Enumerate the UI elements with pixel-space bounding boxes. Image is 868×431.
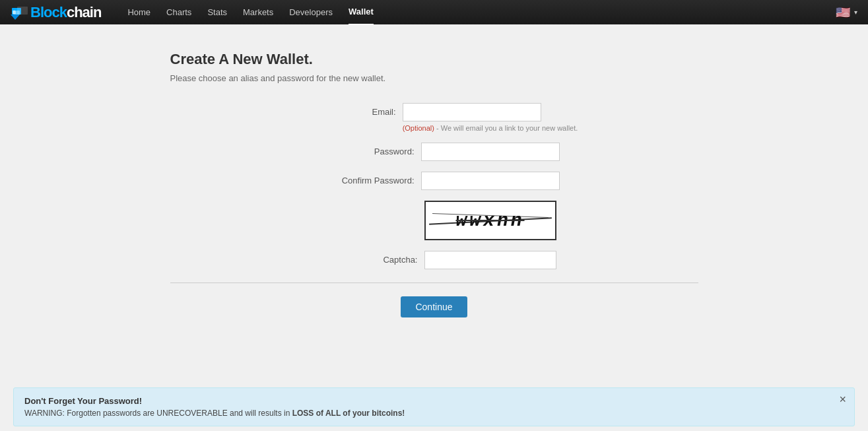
alert-banner: × Don't Forget Your Password! WARNING: F… (13, 387, 855, 426)
email-hint: (Optional) - We will email you a link to… (403, 124, 578, 132)
captcha-input[interactable] (424, 251, 556, 269)
page-subtitle: Please choose an alias and password for … (170, 73, 698, 83)
email-input[interactable] (403, 103, 541, 121)
nav-markets[interactable]: Markets (243, 0, 273, 24)
alert-body-bold: LOSS of ALL of your bitcoins! (292, 409, 405, 418)
nav-home[interactable]: Home (127, 0, 150, 24)
main-content: Create A New Wallet. Please choose an al… (0, 24, 868, 381)
captcha-input-row: Captcha: (170, 251, 698, 269)
svg-text:B: B (13, 10, 16, 15)
email-label: Email: (290, 103, 396, 117)
captcha-field-wrap (424, 251, 556, 269)
email-hint-text: - We will email you a link to your new w… (434, 124, 578, 132)
form-divider (170, 282, 698, 283)
alert-close-button[interactable]: × (839, 393, 846, 405)
captcha-image-row: wwxnn (170, 201, 698, 240)
email-field-wrap: (Optional) - We will email you a link to… (403, 103, 578, 132)
button-row: Continue (170, 296, 698, 317)
flag-icon: 🇺🇸 (836, 5, 850, 20)
alert-body-prefix: WARNING: Forgotten passwords are UNRECOV… (24, 409, 292, 418)
alert-body: WARNING: Forgotten passwords are UNRECOV… (24, 409, 844, 418)
captcha-image: wwxnn (424, 201, 556, 240)
confirm-password-input[interactable] (421, 172, 560, 190)
logo-text-blue: Block (30, 4, 67, 20)
confirm-password-label: Confirm Password: (309, 172, 415, 185)
password-input[interactable] (421, 143, 560, 161)
logo[interactable]: B Blockchain (11, 4, 101, 21)
navbar: B Blockchain Home Charts Stats Markets D… (0, 0, 868, 24)
captcha-label: Captcha: (312, 251, 418, 265)
nav-developers[interactable]: Developers (289, 0, 333, 24)
password-field-wrap (421, 143, 560, 161)
email-hint-optional: (Optional) (403, 124, 434, 132)
confirm-password-row: Confirm Password: (170, 172, 698, 190)
password-row: Password: (170, 143, 698, 161)
svg-marker-2 (11, 15, 20, 20)
dropdown-arrow-icon: ▾ (854, 9, 857, 16)
confirm-password-field-wrap (421, 172, 560, 190)
language-selector[interactable]: 🇺🇸 ▾ (836, 5, 857, 20)
page-title: Create A New Wallet. (170, 51, 698, 68)
logo-text-white: chain (67, 4, 101, 20)
continue-button[interactable]: Continue (401, 296, 467, 317)
captcha-display-text: wwxnn (455, 211, 524, 231)
nav-wallet[interactable]: Wallet (349, 0, 374, 25)
email-row: Email: (Optional) - We will email you a … (170, 103, 698, 132)
nav-stats[interactable]: Stats (207, 0, 227, 24)
alert-title: Don't Forget Your Password! (24, 396, 844, 406)
nav-links: Home Charts Stats Markets Developers Wal… (127, 0, 836, 25)
nav-charts[interactable]: Charts (166, 0, 191, 24)
svg-rect-3 (17, 7, 28, 15)
password-label: Password: (309, 143, 415, 156)
form-container: Create A New Wallet. Please choose an al… (170, 51, 698, 317)
